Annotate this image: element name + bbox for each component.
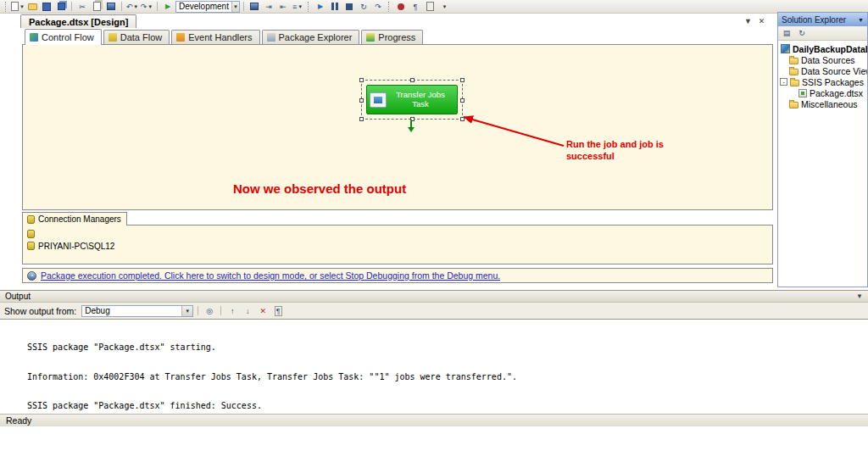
status-text: Ready xyxy=(6,415,31,426)
tree-item-ssis-packages[interactable]: - SSIS Packages xyxy=(778,76,867,87)
tree-item-data-source-views[interactable]: Data Source View xyxy=(778,65,867,76)
cut-icon[interactable]: ✂ xyxy=(75,1,89,13)
go-to-previous-message-icon[interactable]: ↑ xyxy=(225,305,239,317)
package-icon xyxy=(798,89,807,97)
output-title: Output xyxy=(5,292,31,301)
refresh-icon[interactable]: ↻ xyxy=(796,28,808,39)
undo-icon[interactable]: ↶▼ xyxy=(125,1,139,13)
tab-control-flow[interactable]: Control Flow xyxy=(25,29,102,45)
import-icon[interactable]: ⇥ xyxy=(262,1,275,13)
annotation-arrow-text: Run the job and job is successful xyxy=(566,139,680,163)
output-window-icon[interactable] xyxy=(423,1,437,13)
transfer-jobs-task-icon xyxy=(370,92,387,108)
toolbar-separator xyxy=(71,2,72,11)
connection-item[interactable]: PRIYANI-PC\SQL12 xyxy=(27,240,768,252)
event-handlers-icon xyxy=(176,33,185,42)
designer-view-tabs: Control Flow Data Flow Event Handlers Pa… xyxy=(22,28,773,44)
options-icon[interactable]: ≡▼ xyxy=(291,1,304,13)
transfer-jobs-task[interactable]: Transfer Jobs Task xyxy=(366,85,458,114)
tree-item-package-dtsx[interactable]: Package.dtsx xyxy=(778,87,867,98)
chevron-down-icon[interactable]: ▼ xyxy=(858,17,864,23)
tree-item-data-sources[interactable]: Data Sources xyxy=(778,54,867,65)
selection-handle[interactable] xyxy=(359,117,364,121)
paste-icon[interactable] xyxy=(104,1,118,13)
connection-managers-tab[interactable]: Connection Managers xyxy=(22,212,127,225)
package-designer: Control Flow Data Flow Event Handlers Pa… xyxy=(22,28,773,283)
output-window: Output ▼ Show output from: Debug ▼ ◎ ↑ ↓… xyxy=(0,290,868,414)
solution-explorer-header[interactable]: Solution Explorer ▼ xyxy=(778,13,867,26)
tab-data-flow[interactable]: Data Flow xyxy=(103,30,170,44)
debug-continue-icon[interactable]: ▶ xyxy=(314,1,327,13)
switch-to-design-mode-link[interactable]: Package execution completed. Click here … xyxy=(41,270,500,281)
tab-package-explorer[interactable]: Package Explorer xyxy=(262,30,360,44)
output-line: SSIS package "Package.dtsx" finished: Su… xyxy=(27,401,862,411)
solution-explorer-toolbar: ▤ ↻ xyxy=(778,26,867,41)
immediate-window-icon[interactable]: ¶ xyxy=(409,1,422,13)
solution-explorer-panel: Solution Explorer ▼ ▤ ↻ DailyBackupDatab… xyxy=(777,12,868,287)
document-tab-package-dtsx[interactable]: Package.dtsx [Design] xyxy=(20,14,136,28)
selection-handle[interactable] xyxy=(460,117,465,121)
close-icon[interactable]: ✕ xyxy=(756,15,767,26)
copy-icon[interactable] xyxy=(90,1,103,13)
word-wrap-icon[interactable]: ¶ xyxy=(271,305,285,317)
folder-icon xyxy=(789,102,798,109)
progress-icon xyxy=(366,33,375,42)
clear-all-icon[interactable]: ✕ xyxy=(256,305,270,317)
selection-handle[interactable] xyxy=(460,98,465,103)
tree-item-miscellaneous[interactable]: Miscellaneous xyxy=(778,98,867,109)
connection-item[interactable] xyxy=(27,228,768,240)
properties-icon[interactable]: ▤ xyxy=(781,28,793,39)
start-debugging-icon[interactable]: ▶ xyxy=(161,1,175,13)
toolbar-grip[interactable] xyxy=(388,2,391,12)
folder-icon xyxy=(789,58,798,64)
redo-icon[interactable]: ↷▼ xyxy=(140,1,153,13)
tab-label: Event Handlers xyxy=(188,32,252,42)
tree-item-project[interactable]: DailyBackupDataba xyxy=(778,43,867,54)
tab-event-handlers[interactable]: Event Handlers xyxy=(171,30,259,44)
toolbar-grip[interactable] xyxy=(308,2,310,12)
output-source-combo[interactable]: Debug ▼ xyxy=(81,305,193,317)
precedence-arrow[interactable] xyxy=(410,120,412,128)
stop-debugging-icon[interactable] xyxy=(342,1,356,13)
tab-label: Package Explorer xyxy=(279,32,353,42)
step-over-icon[interactable]: ↷ xyxy=(371,1,385,13)
annotation-caption: Now we observed the output xyxy=(233,181,406,196)
save-all-icon[interactable] xyxy=(54,1,68,13)
connection-managers-tab-label: Connection Managers xyxy=(38,214,121,224)
toolbar-overflow-icon[interactable]: ▼ xyxy=(437,1,451,13)
control-flow-icon xyxy=(30,33,38,42)
selection-handle[interactable] xyxy=(460,78,465,82)
configuration-combo[interactable]: Development ▼ xyxy=(175,1,240,13)
new-item-icon[interactable]: ▼ xyxy=(11,1,25,13)
debug-message-bar: ◔ Package execution completed. Click her… xyxy=(22,268,773,283)
data-flow-icon xyxy=(108,33,117,42)
pause-icon[interactable] xyxy=(328,1,342,13)
connection-managers-pane[interactable]: PRIYANI-PC\SQL12 xyxy=(22,225,773,264)
tab-progress[interactable]: Progress xyxy=(361,30,423,44)
tab-label: Data Flow xyxy=(120,32,163,42)
control-flow-design-surface[interactable]: Transfer Jobs Task Run the job and job i… xyxy=(22,44,773,210)
toolbar-grip[interactable] xyxy=(5,2,8,12)
tab-label: Progress xyxy=(378,32,415,42)
chevron-down-icon[interactable]: ▼ xyxy=(181,306,192,316)
find-message-icon[interactable]: ◎ xyxy=(203,305,216,317)
selection-handle[interactable] xyxy=(359,78,364,82)
selection-handle[interactable] xyxy=(359,98,364,103)
collapse-icon[interactable]: - xyxy=(780,78,787,86)
toolbar-separator xyxy=(220,306,221,315)
open-file-icon[interactable] xyxy=(25,1,39,13)
document-list-chevron-icon[interactable]: ▼ xyxy=(743,15,754,26)
configuration-value: Development xyxy=(179,2,229,11)
tree-item-label: SSIS Packages xyxy=(802,77,864,87)
save-icon[interactable] xyxy=(40,1,53,13)
breakpoints-icon[interactable] xyxy=(394,1,408,13)
go-to-next-message-icon[interactable]: ↓ xyxy=(241,305,254,317)
deploy-icon[interactable] xyxy=(248,1,261,13)
export-icon[interactable]: ⇤ xyxy=(276,1,290,13)
chevron-down-icon[interactable]: ▼ xyxy=(231,2,239,12)
chevron-down-icon[interactable]: ▼ xyxy=(856,292,863,300)
toolbar-separator xyxy=(198,306,198,315)
selection-handle[interactable] xyxy=(410,78,415,82)
output-source-value: Debug xyxy=(85,306,109,315)
restart-icon[interactable]: ↻ xyxy=(357,1,370,13)
